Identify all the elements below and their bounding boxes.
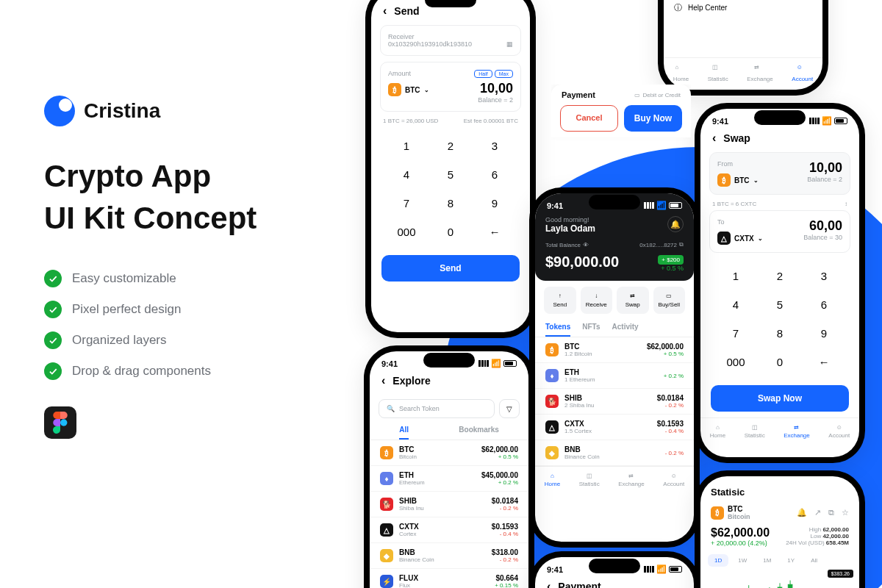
tab-home[interactable]: ⌂Home — [710, 424, 725, 439]
search-input[interactable]: 🔍Search Token — [379, 399, 495, 418]
send-button[interactable]: Send — [381, 255, 520, 282]
action-swap[interactable]: ⇄Swap — [617, 287, 649, 314]
tab-bookmarks[interactable]: Bookmarks — [459, 426, 498, 440]
bell-icon[interactable]: 🔔 — [667, 216, 684, 232]
token-row[interactable]: ♦ ETHEthereum $45,000.00+ 0.2 % — [370, 466, 528, 492]
keypad-key[interactable]: 4 — [384, 160, 429, 189]
filter-button[interactable]: ▽ — [499, 399, 520, 418]
token-row[interactable]: ₿ BTCBitcoin $62,000.00+ 0.5 % — [370, 440, 528, 466]
keypad-key[interactable]: 7 — [384, 189, 429, 218]
token-row[interactable]: ◆ BNBBinance Coin - 0.2 % — [535, 440, 694, 466]
token-row[interactable]: △ CXTX1.5 Cortex $0.1593- 0.4 % — [535, 415, 694, 440]
swap-from-card: From ₿BTC⌄ 10,00 Balance = 2 — [709, 152, 850, 195]
action-receive[interactable]: ↓Receive — [581, 287, 613, 314]
token-row[interactable]: ♦ ETH1 Ethereum + 0.2 % — [535, 363, 694, 389]
tab-account[interactable]: ☺Account — [792, 64, 813, 82]
from-coin-selector[interactable]: ₿BTC⌄ — [717, 173, 759, 187]
more-item[interactable]: ⓘ Help Center — [664, 0, 822, 18]
keypad-key[interactable]: 8 — [758, 319, 802, 348]
eye-icon[interactable]: 👁 — [583, 242, 589, 248]
range-1y[interactable]: 1Y — [781, 554, 801, 567]
copy-icon[interactable]: ⧉ — [679, 241, 684, 248]
back-icon[interactable]: ‹ — [712, 132, 716, 145]
tab-exchange[interactable]: ⇄Exchange — [618, 473, 645, 487]
tab-home[interactable]: ⌂Home — [673, 64, 689, 82]
tab-home[interactable]: ⌂Home — [545, 473, 560, 487]
swap-direction-icon[interactable]: ↕ — [845, 201, 847, 207]
fee-text: Est fee 0.00001 BTC — [464, 118, 518, 124]
keypad-key[interactable]: 6 — [473, 160, 517, 189]
range-all[interactable]: All — [804, 554, 824, 567]
tab-activity[interactable]: Activity — [612, 323, 639, 337]
tab-statistic[interactable]: ◫Statistic — [708, 64, 728, 82]
token-row[interactable]: ⚡ FLUXFlux $0.664+ 0.15 % — [370, 569, 528, 588]
range-1m[interactable]: 1M — [756, 554, 778, 567]
buy-button[interactable]: Buy Now — [624, 105, 682, 132]
link-icon[interactable]: ⧉ — [828, 508, 834, 517]
keypad-key[interactable]: ← — [802, 348, 846, 376]
brand-logo: Cristina — [44, 96, 257, 126]
receiver-value[interactable]: 0x103290h193910dk193810 — [388, 40, 472, 48]
qr-icon[interactable]: ▦ — [506, 40, 513, 48]
bell-icon[interactable]: 🔔 — [797, 508, 807, 517]
keypad-key[interactable]: 4 — [714, 290, 758, 319]
half-button[interactable]: Half — [474, 70, 492, 78]
balance-delta: + $200 — [658, 255, 684, 265]
keypad-key[interactable]: 3 — [473, 132, 517, 160]
back-icon[interactable]: ‹ — [547, 580, 551, 588]
keypad-key[interactable]: 5 — [429, 160, 473, 189]
keypad-key[interactable]: 000 — [384, 218, 429, 246]
to-coin-selector[interactable]: △CXTX⌄ — [717, 232, 763, 245]
back-icon[interactable]: ‹ — [383, 4, 387, 18]
action-send[interactable]: ↑Send — [544, 287, 576, 314]
keypad-key[interactable]: 000 — [714, 348, 758, 376]
keypad-key[interactable]: 1 — [714, 262, 758, 290]
tab-nfts[interactable]: NFTs — [582, 323, 600, 337]
action-buysell[interactable]: ▭Buy/Sell — [653, 287, 686, 314]
token-row[interactable]: ₿ BTC1.2 Bitcoin $62,000.00+ 0.5 % — [535, 337, 694, 363]
candlestick-chart[interactable]: $383.26 — [700, 570, 859, 588]
keypad-key[interactable]: 0 — [758, 348, 802, 376]
keypad-key[interactable]: 7 — [714, 319, 758, 348]
keypad-key[interactable]: 9 — [473, 189, 517, 218]
range-1d[interactable]: 1D — [708, 554, 728, 567]
cancel-button[interactable]: Cancel — [560, 105, 618, 132]
keypad-key[interactable]: 6 — [802, 290, 846, 319]
token-row[interactable]: 🐕 SHIB2 Shiba Inu $0.0184- 0.2 % — [535, 389, 694, 415]
tab-account[interactable]: ☺Account — [828, 424, 850, 439]
tab-exchange[interactable]: ⇄Exchange — [747, 64, 773, 82]
token-row[interactable]: △ CXTXCortex $0.1593- 0.4 % — [370, 517, 528, 543]
coin-selector[interactable]: ₿ BTC ⌄ — [388, 83, 429, 96]
keypad-key[interactable]: 1 — [384, 132, 429, 160]
tab-all[interactable]: All — [399, 426, 409, 440]
phone-notch — [425, 0, 476, 7]
tab-statistic[interactable]: ◫Statistic — [745, 424, 765, 439]
token-row[interactable]: 🐕 SHIBShiba Inu $0.0184- 0.2 % — [370, 492, 528, 517]
swap-button[interactable]: Swap Now — [711, 385, 849, 412]
token-symbol: CXTX — [399, 523, 419, 531]
tab-exchange[interactable]: ⇄Exchange — [784, 424, 810, 439]
back-icon[interactable]: ‹ — [381, 374, 385, 387]
battery-icon — [834, 118, 847, 124]
tab-statistic[interactable]: ◫Statistic — [579, 473, 600, 487]
feature-text: Organized layers — [72, 333, 167, 348]
star-icon[interactable]: ☆ — [842, 508, 849, 517]
keypad-key[interactable]: 3 — [802, 262, 846, 290]
keypad-key[interactable]: 2 — [758, 262, 802, 290]
receiver-label: Receiver — [388, 33, 513, 40]
token-name: 2 Shiba Inu — [564, 402, 594, 409]
share-icon[interactable]: ↗ — [814, 508, 821, 517]
keypad-key[interactable]: ← — [473, 218, 517, 246]
keypad-key[interactable]: 0 — [429, 218, 473, 246]
swap-icon: ⇄ — [754, 64, 766, 74]
range-1w[interactable]: 1W — [731, 554, 753, 567]
check-icon — [44, 362, 62, 380]
keypad-key[interactable]: 8 — [429, 189, 473, 218]
keypad-key[interactable]: 2 — [429, 132, 473, 160]
keypad-key[interactable]: 5 — [758, 290, 802, 319]
max-button[interactable]: Max — [495, 70, 513, 78]
token-row[interactable]: ◆ BNBBinance Coin $318.00- 0.2 % — [370, 543, 528, 569]
tab-account[interactable]: ☺Account — [663, 473, 684, 487]
tab-tokens[interactable]: Tokens — [545, 323, 570, 337]
keypad-key[interactable]: 9 — [802, 319, 846, 348]
